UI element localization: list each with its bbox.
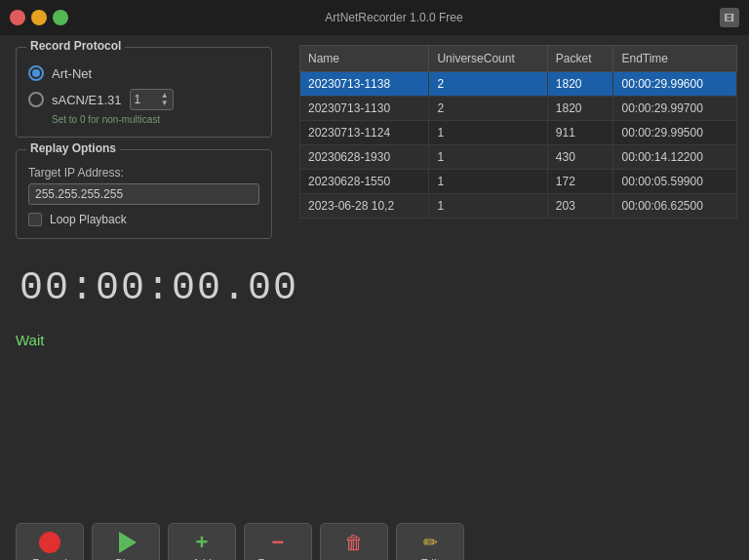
- cell-endTime: 00:00:29.99500: [613, 121, 737, 145]
- app-icon: 🎞: [720, 8, 739, 27]
- recordings-table: Name UniverseCount Packet EndTime 202307…: [299, 45, 737, 219]
- cell-name: 20230713-1130: [300, 97, 429, 121]
- target-ip-input[interactable]: [28, 183, 259, 205]
- sacn-radio[interactable]: [28, 92, 44, 107]
- cell-universeCount: 1: [429, 194, 547, 219]
- cell-packet: 911: [547, 121, 613, 145]
- cell-endTime: 00:00:06.62500: [613, 194, 737, 219]
- artnet-radio[interactable]: [28, 65, 44, 81]
- add-icon: +: [196, 532, 209, 553]
- loop-playback-label: Loop Playback: [50, 213, 127, 226]
- table-row[interactable]: 20230713-1124191100:00:29.99500: [300, 121, 737, 145]
- record-button[interactable]: Record: [16, 523, 84, 560]
- sacn-row: sACN/E1.31 1 ▲▼: [28, 89, 259, 110]
- target-ip-label: Target IP Address:: [28, 166, 259, 180]
- replay-options-group: Replay Options Target IP Address: Loop P…: [16, 149, 272, 239]
- table-row[interactable]: 20230628-1930143000:00:14.12200: [300, 145, 737, 170]
- bottom-toolbar: Record Play + Add − Remove 🗑 Delete ✏ Ed…: [0, 517, 749, 560]
- table-row[interactable]: 20230628-1550117200:00:05.59900: [300, 170, 737, 194]
- cell-endTime: 00:00:29.99700: [613, 97, 737, 121]
- record-protocol-title: Record Protocol: [26, 39, 125, 53]
- col-universe-count: UniverseCount: [429, 46, 547, 72]
- table-row[interactable]: 20230713-11382182000:00:29.99600: [300, 72, 737, 97]
- loop-playback-row: Loop Playback: [28, 213, 259, 226]
- close-button[interactable]: [10, 10, 25, 25]
- spinbox-arrows[interactable]: ▲▼: [161, 92, 169, 107]
- cell-packet: 172: [547, 170, 613, 194]
- cell-universeCount: 1: [429, 170, 547, 194]
- cell-universeCount: 1: [429, 145, 547, 170]
- status-text: Wait: [16, 332, 272, 348]
- sacn-hint: Set to 0 for non-multicast: [52, 114, 259, 125]
- left-panel: Record Protocol Art-Net sACN/E1.31 1 ▲▼ …: [0, 35, 288, 517]
- cell-endTime: 00:00:05.59900: [613, 170, 737, 194]
- window-controls: [10, 10, 68, 25]
- cell-universeCount: 2: [429, 97, 547, 121]
- cell-name: 2023-06-28 10,2: [300, 194, 429, 219]
- edit-button[interactable]: ✏ Edit: [396, 523, 464, 560]
- cell-universeCount: 2: [429, 72, 547, 97]
- cell-endTime: 00:00:29.99600: [613, 72, 737, 97]
- artnet-radio-row[interactable]: Art-Net: [28, 65, 259, 81]
- table-row[interactable]: 2023-06-28 10,2120300:00:06.62500: [300, 194, 737, 219]
- col-end-time: EndTime: [613, 46, 737, 72]
- delete-icon: 🗑: [344, 532, 364, 554]
- timer-display: 00:00:00.00: [20, 266, 272, 310]
- cell-endTime: 00:00:14.12200: [613, 145, 737, 170]
- loop-playback-checkbox[interactable]: [28, 213, 42, 226]
- edit-icon: ✏: [423, 532, 438, 553]
- remove-icon: −: [272, 532, 285, 553]
- maximize-button[interactable]: [53, 10, 68, 25]
- table-header-row: Name UniverseCount Packet EndTime: [300, 46, 737, 72]
- delete-button[interactable]: 🗑 Delete: [320, 523, 388, 560]
- artnet-label: Art-Net: [52, 66, 92, 81]
- sacn-value: 1: [135, 93, 141, 106]
- table-row[interactable]: 20230713-11302182000:00:29.99700: [300, 97, 737, 121]
- cell-packet: 203: [547, 194, 613, 219]
- sacn-label: sACN/E1.31: [52, 93, 122, 107]
- sacn-spinbox[interactable]: 1 ▲▼: [130, 89, 174, 110]
- record-icon: [39, 532, 60, 553]
- col-packet: Packet: [547, 46, 613, 72]
- remove-button[interactable]: − Remove: [244, 523, 312, 560]
- minimize-button[interactable]: [31, 10, 47, 25]
- title-bar: ArtNetRecorder 1.0.0 Free 🎞: [0, 0, 749, 35]
- play-icon: [119, 532, 137, 553]
- play-button[interactable]: Play: [92, 523, 160, 560]
- cell-packet: 1820: [547, 72, 613, 97]
- window-title: ArtNetRecorder 1.0.0 Free: [68, 11, 720, 24]
- cell-name: 20230628-1930: [300, 145, 429, 170]
- cell-name: 20230628-1550: [300, 170, 429, 194]
- main-content: Record Protocol Art-Net sACN/E1.31 1 ▲▼ …: [0, 35, 749, 517]
- cell-packet: 1820: [547, 97, 613, 121]
- record-protocol-group: Record Protocol Art-Net sACN/E1.31 1 ▲▼ …: [16, 47, 272, 138]
- col-name: Name: [300, 46, 429, 72]
- replay-options-title: Replay Options: [26, 141, 120, 155]
- right-panel: Name UniverseCount Packet EndTime 202307…: [288, 35, 749, 517]
- cell-packet: 430: [547, 145, 613, 170]
- cell-name: 20230713-1138: [300, 72, 429, 97]
- cell-name: 20230713-1124: [300, 121, 429, 145]
- cell-universeCount: 1: [429, 121, 547, 145]
- table-body: 20230713-11382182000:00:29.9960020230713…: [300, 72, 737, 219]
- add-button[interactable]: + Add: [168, 523, 236, 560]
